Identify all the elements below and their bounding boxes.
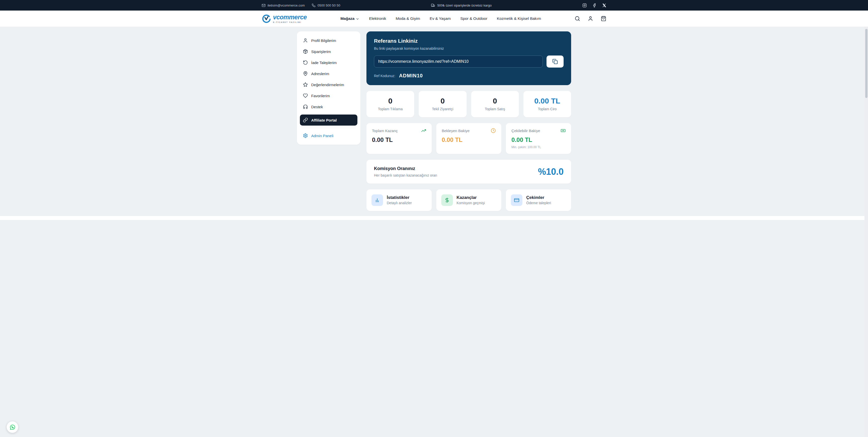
- action-title: Kazançlar: [457, 195, 485, 200]
- balance-card-bekleyen-bakiye: Bekleyen Bakiye 0.00 TL: [436, 123, 502, 154]
- sidebar-item-affiliate-portal[interactable]: Affiliate Portal: [300, 115, 358, 126]
- balance-title: Bekleyen Bakiye: [442, 129, 470, 133]
- sidebar-item-favoriler[interactable]: Favorilerim: [300, 90, 358, 101]
- sidebar-item-siparisler[interactable]: Siparişlerim: [300, 46, 358, 57]
- stat-label: Toplam Tıklama: [368, 107, 412, 111]
- topbar-phone-text: 0500 500 50 50: [317, 3, 340, 7]
- sidebar-item-profil[interactable]: Profil Bilgilerim: [300, 35, 358, 46]
- stat-label: Toplam Ciro: [525, 107, 569, 111]
- heart-icon: [303, 93, 308, 98]
- action-subtitle: Ödeme talepleri: [526, 201, 551, 205]
- logo-text: vcommerce: [273, 14, 307, 20]
- sidebar-item-adresler[interactable]: Adreslerim: [300, 68, 358, 79]
- action-subtitle: Komisyon geçmişi: [457, 201, 485, 205]
- trend-up-icon: [421, 128, 426, 133]
- mail-icon: [262, 3, 266, 7]
- user-icon: [303, 38, 308, 43]
- header-actions: [575, 16, 606, 21]
- dollar-icon: [441, 194, 453, 206]
- action-card-istatistikler[interactable]: İstatistikler Detaylı analizler: [366, 189, 432, 211]
- sidebar-item-destek[interactable]: Destek: [300, 101, 358, 112]
- stat-value: 0: [368, 97, 412, 105]
- stat-card-toplam-tiklama: 0 Toplam Tıklama: [366, 91, 414, 117]
- cart-icon[interactable]: [601, 16, 606, 21]
- sidebar-item-degerlendirmeler[interactable]: Değerlendirmelerim: [300, 79, 358, 90]
- map-pin-icon: [303, 71, 308, 76]
- copy-icon: [552, 59, 558, 64]
- stat-value: 0: [473, 97, 517, 105]
- scrollbar-track: [865, 27, 868, 220]
- return-icon: [303, 60, 308, 65]
- sidebar-item-iade[interactable]: İade Taleplerim: [300, 57, 358, 68]
- link-icon: [303, 118, 308, 123]
- referral-panel: Referans Linkiniz Bu linki paylaşarak ko…: [366, 31, 571, 85]
- stat-card-tekil-ziyaretci: 0 Tekil Ziyaretçi: [419, 91, 466, 117]
- footer-strip: [0, 216, 868, 220]
- action-title: Çekimler: [526, 195, 551, 200]
- balance-row: Toplam Kazanç 0.00 TL Bekleyen Bakiye 0.…: [366, 123, 571, 154]
- user-icon[interactable]: [588, 16, 593, 21]
- ref-code-value: ADMIN10: [399, 73, 423, 79]
- balance-card-toplam-kazanc: Toplam Kazanç 0.00 TL: [366, 123, 432, 154]
- shipping-notice: 500₺ üzeri siparişlerde ücretsiz kargo: [340, 3, 583, 7]
- copy-link-button[interactable]: [547, 56, 564, 68]
- sidebar-divider: [301, 128, 356, 128]
- account-sidebar: Profil Bilgilerim Siparişlerim İade Tale…: [297, 31, 361, 145]
- stat-label: Toplam Satış: [473, 107, 517, 111]
- instagram-icon[interactable]: [583, 3, 587, 7]
- logo-subtext: E-TİCARET YAZILIMI: [273, 21, 307, 23]
- star-icon: [303, 82, 308, 87]
- nav-item-ev-yasam[interactable]: Ev & Yaşam: [430, 16, 451, 21]
- main-nav: Mağaza Elektronik Moda & Giyim Ev & Yaşa…: [307, 16, 575, 21]
- facebook-icon[interactable]: [592, 3, 596, 7]
- topbar-email-text: iletisim@vcommerce.com: [268, 3, 305, 7]
- credit-card-icon: [511, 194, 522, 206]
- balance-value: 0.00 TL: [512, 137, 566, 143]
- stat-label: Tekil Ziyaretçi: [421, 107, 464, 111]
- balance-card-cekilebilir-bakiye: Çekilebilir Bakiye 0.00 TL Min. çekim: 1…: [506, 123, 571, 154]
- actions-row: İstatistikler Detaylı analizler Kazançla…: [366, 189, 571, 211]
- ref-code-label: Ref Kodunuz:: [374, 74, 395, 78]
- referral-title: Referans Linkiniz: [374, 38, 564, 44]
- action-subtitle: Detaylı analizler: [387, 201, 412, 205]
- stats-row: 0 Toplam Tıklama 0 Tekil Ziyaretçi 0 Top…: [366, 91, 571, 117]
- social-links: [583, 3, 606, 7]
- stat-card-toplam-ciro: 0.00 TL Toplam Ciro: [523, 91, 571, 117]
- balance-value: 0.00 TL: [372, 137, 426, 143]
- nav-item-kozmetik[interactable]: Kozmetik & Kişisel Bakım: [497, 16, 541, 21]
- commission-title: Komisyon Oranınız: [374, 166, 437, 171]
- commission-subtitle: Her başarılı satıştan kazanacağınız oran: [374, 173, 437, 177]
- balance-title: Çekilebilir Bakiye: [512, 129, 540, 133]
- min-withdraw-note: Min. çekim: 100.00 TL: [512, 146, 566, 149]
- nav-item-moda-giyim[interactable]: Moda & Giyim: [396, 16, 420, 21]
- x-icon[interactable]: [602, 3, 606, 7]
- search-icon[interactable]: [575, 16, 580, 21]
- nav-item-spor-outdoor[interactable]: Spor & Outdoor: [460, 16, 488, 21]
- bar-chart-icon: [371, 194, 383, 206]
- referral-link-input[interactable]: [374, 56, 543, 68]
- referral-subtitle: Bu linki paylaşarak komisyon kazanabilir…: [374, 46, 564, 51]
- package-icon: [303, 49, 308, 54]
- truck-icon: [431, 3, 435, 7]
- stat-value: 0.00 TL: [525, 97, 569, 105]
- stat-value: 0: [421, 97, 464, 105]
- action-card-cekimler[interactable]: Çekimler Ödeme talepleri: [506, 189, 571, 211]
- headphones-icon: [303, 104, 308, 109]
- topbar-email-link[interactable]: iletisim@vcommerce.com: [262, 3, 305, 7]
- action-title: İstatistikler: [387, 195, 412, 200]
- sidebar-item-admin-paneli[interactable]: Admin Paneli: [300, 130, 358, 141]
- commission-panel: Komisyon Oranınız Her başarılı satıştan …: [366, 160, 571, 184]
- phone-icon: [312, 3, 315, 7]
- nav-item-magaza[interactable]: Mağaza: [340, 16, 360, 21]
- balance-title: Toplam Kazanç: [372, 129, 398, 133]
- topbar-phone-link[interactable]: 0500 500 50 50: [312, 3, 340, 7]
- gear-icon: [303, 133, 308, 138]
- scrollbar-thumb[interactable]: [865, 29, 868, 98]
- commission-rate: %10.0: [538, 166, 564, 177]
- nav-item-elektronik[interactable]: Elektronik: [369, 16, 386, 21]
- logo[interactable]: vcommerce E-TİCARET YAZILIMI: [262, 14, 307, 23]
- action-card-kazanclar[interactable]: Kazançlar Komisyon geçmişi: [436, 189, 502, 211]
- shipping-notice-text: 500₺ üzeri siparişlerde ücretsiz kargo: [437, 3, 492, 7]
- clock-icon: [491, 128, 496, 133]
- logo-swoosh-icon: [262, 14, 271, 23]
